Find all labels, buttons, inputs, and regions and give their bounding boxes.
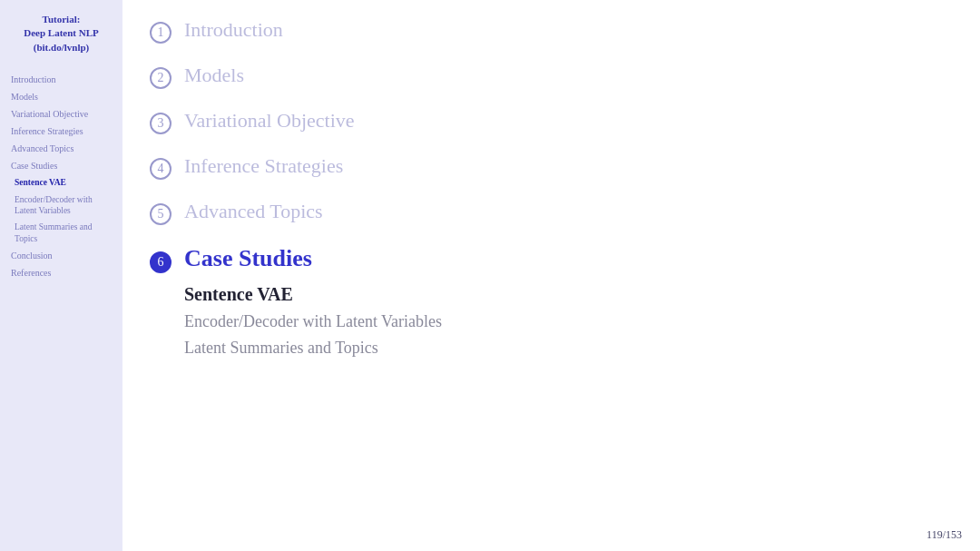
toc-label-introduction: Introduction <box>184 18 283 42</box>
toc-number-5: 5 <box>150 203 172 225</box>
sidebar-item-models[interactable]: Models <box>7 88 115 105</box>
toc-subitem-sentence-vae: Sentence VAE <box>184 284 944 305</box>
sidebar-item-introduction[interactable]: Introduction <box>7 71 115 88</box>
toc-label-models: Models <box>184 64 244 87</box>
toc-label-inference: Inference Strategies <box>184 154 343 178</box>
sidebar-item-latent-summaries[interactable]: Latent Summaries and Topics <box>7 219 115 247</box>
sidebar-item-encoder-decoder[interactable]: Encoder/Decoder with Latent Variables <box>7 192 115 220</box>
toc-label-advanced: Advanced Topics <box>184 200 323 223</box>
sidebar-item-inference-strategies[interactable]: Inference Strategies <box>7 123 115 140</box>
toc-number-2: 2 <box>150 67 172 89</box>
sidebar-title: Tutorial: Deep Latent NLP (bit.do/lvnlp) <box>7 9 115 58</box>
toc-number-3: 3 <box>150 113 172 134</box>
sidebar-item-advanced-topics[interactable]: Advanced Topics <box>7 140 115 157</box>
toc-item-inference: 4 Inference Strategies <box>150 154 944 180</box>
toc-item-advanced: 5 Advanced Topics <box>150 200 944 225</box>
sidebar-item-conclusion[interactable]: Conclusion <box>7 247 115 264</box>
toc-item-case-studies: 6 Case Studies <box>150 245 944 273</box>
sidebar-item-sentence-vae[interactable]: Sentence VAE <box>7 174 115 191</box>
toc-item-variational: 3 Variational Objective <box>150 109 944 134</box>
sidebar-item-references[interactable]: References <box>7 264 115 281</box>
sidebar: Tutorial: Deep Latent NLP (bit.do/lvnlp)… <box>0 0 122 551</box>
toc-number-4: 4 <box>150 158 172 180</box>
toc-item-introduction: 1 Introduction <box>150 18 944 44</box>
toc-subitem-encoder-decoder: Encoder/Decoder with Latent Variables <box>184 312 944 331</box>
toc-number-6: 6 <box>150 251 172 273</box>
sidebar-item-variational-objective[interactable]: Variational Objective <box>7 105 115 123</box>
toc-label-variational: Variational Objective <box>184 109 355 133</box>
toc-subitems: Sentence VAE Encoder/Decoder with Latent… <box>184 284 944 358</box>
sidebar-item-case-studies[interactable]: Case Studies <box>7 157 115 174</box>
toc-label-case-studies: Case Studies <box>184 245 312 272</box>
page-number: 119/153 <box>926 528 962 542</box>
toc-item-models: 2 Models <box>150 64 944 89</box>
toc-subitem-latent-summaries: Latent Summaries and Topics <box>184 339 944 358</box>
toc-number-1: 1 <box>150 22 172 44</box>
main-content: 1 Introduction 2 Models 3 Variational Ob… <box>122 0 980 551</box>
